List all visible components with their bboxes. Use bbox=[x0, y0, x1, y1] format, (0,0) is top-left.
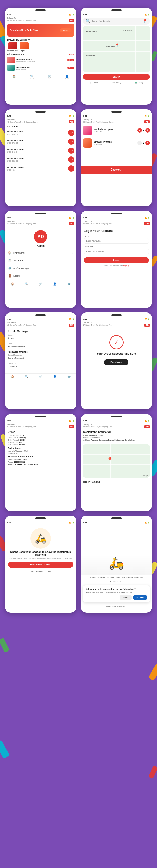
time-7: 9:41 bbox=[7, 318, 11, 320]
category-japanese[interactable]: Japanese bbox=[20, 42, 29, 52]
delivery-header-10: Delivery To 42 Dhaka Trunk Rd, Chittagon… bbox=[81, 423, 152, 429]
offer-text: Available Offer Right Now bbox=[10, 29, 38, 31]
order-item-500[interactable]: Order No: #500 USD 242.0 👁 bbox=[5, 146, 76, 155]
allow-button[interactable]: ALLOW bbox=[133, 595, 147, 600]
cart-price-strawberry: USD 4.00 bbox=[94, 143, 136, 146]
success-text: Your Order Successfully Sent bbox=[97, 352, 136, 355]
location-search-bar[interactable]: 🔍 📍 bbox=[83, 18, 150, 25]
location-search-input[interactable] bbox=[92, 20, 142, 22]
order-item-495[interactable]: Order No: #495 USD 41... 👁 bbox=[5, 164, 76, 173]
offer-badge: 20% OFF bbox=[60, 28, 71, 32]
cart-plus-vazquez[interactable]: + bbox=[145, 128, 150, 133]
settings-title: Profile Settings bbox=[8, 330, 74, 333]
cart-item-vazquez: Mechelle Vazquez USD 191 × 1 + bbox=[81, 124, 152, 137]
time-2: 9:41 bbox=[83, 13, 87, 16]
order-eye-508[interactable]: 👁 bbox=[68, 130, 74, 136]
order-no-499: Order No: #499 bbox=[7, 157, 24, 160]
nav7-account[interactable]: 👤 bbox=[53, 375, 57, 378]
cart-item-strawberry: Strawberry Cake USD 4.00 − 2 × bbox=[81, 137, 152, 149]
status-bar-2: 9:41 📶 🔋 bbox=[81, 13, 152, 16]
nav7-home[interactable]: 🏠 bbox=[10, 375, 14, 378]
rest-info-section: Restaurant Information Name: Seasonal Ta… bbox=[81, 429, 152, 443]
order-eye-495[interactable]: 👁 bbox=[68, 165, 74, 172]
menu-settings[interactable]: ⚙️ Profile Settings › bbox=[5, 265, 76, 272]
nav5-settings[interactable]: ⚙️ bbox=[67, 282, 71, 286]
delivery-addr-row-7: 42 Dhaka Trunk Rd, Chittagong, Ben... AD bbox=[7, 324, 74, 327]
order-item-505[interactable]: Order No: #505 USD 572.65 👁 bbox=[5, 137, 76, 146]
od-title: Order bbox=[8, 431, 74, 433]
password-input[interactable] bbox=[84, 249, 149, 254]
select-another-btn[interactable]: Select Another Location bbox=[5, 569, 76, 574]
search-map-btn[interactable]: Search bbox=[83, 74, 150, 80]
dashboard-btn[interactable]: Dashboard bbox=[104, 359, 128, 365]
menu-allorders[interactable]: 📋 All Orders › bbox=[5, 257, 76, 265]
order-no-508: Order No: #508 bbox=[7, 130, 24, 133]
restaurant-item-2[interactable]: Spice Garden Asian | Indian 25 min bbox=[5, 64, 76, 72]
order-eye-499[interactable]: 👁 bbox=[68, 156, 74, 163]
notch-2 bbox=[81, 8, 152, 13]
order-detail-section: Order Order Number: #508 Order Status: P… bbox=[5, 429, 76, 467]
od-number: Order Number: #508 bbox=[8, 435, 74, 436]
nav7-settings[interactable]: ⚙️ bbox=[67, 375, 71, 378]
cart-price-vazquez: USD 191 bbox=[94, 131, 136, 133]
status-bar-7: 9:41 📶 🔋 bbox=[5, 318, 76, 321]
cart-minus-strawberry[interactable]: − bbox=[137, 141, 142, 145]
deny-button[interactable]: DENY bbox=[120, 595, 131, 600]
homepage-icon: 🏠 bbox=[8, 251, 12, 254]
perm-background: 🛵 bbox=[81, 524, 152, 575]
order-eye-500[interactable]: 👁 bbox=[68, 148, 74, 154]
signup-action[interactable]: Signup bbox=[123, 265, 129, 267]
nav5-account[interactable]: 👤 bbox=[53, 282, 57, 286]
use-location-btn[interactable]: Use Current Location bbox=[8, 562, 73, 567]
nav5-cart[interactable]: 🛒 bbox=[39, 282, 42, 286]
delivery-address-7: 42 Dhaka Trunk Rd, Chittagong, Ben... bbox=[7, 324, 38, 326]
phone-orders: 9:41 📶 🔋 Delivery To 42 Dhaka Trunk Rd, … bbox=[5, 109, 76, 206]
rest-name-2: Spice Garden bbox=[16, 66, 66, 68]
email-field-value: admin@admin.com bbox=[8, 344, 74, 348]
cart-delete-vazquez[interactable]: × bbox=[137, 128, 142, 133]
nav7-cart[interactable]: 🛒 bbox=[39, 375, 42, 378]
nav7-settings-icon: ⚙️ bbox=[67, 375, 71, 378]
email-input[interactable] bbox=[84, 238, 149, 244]
nav-home[interactable]: 🏠 Home bbox=[12, 74, 16, 80]
delivery-addr-row-4: 42 Dhaka Trunk Rd, Chittagong, Ben... AD bbox=[83, 121, 150, 123]
select-another-12[interactable]: Select Another Location bbox=[81, 604, 152, 609]
nav-search-label: Search bbox=[30, 78, 34, 80]
phone-order-details: 9:41 📶 🔋 Delivery To 42 Dhaka Trunk Rd, … bbox=[5, 414, 76, 511]
settings-icon: ⚙️ bbox=[8, 267, 12, 270]
status-bar-8: 9:41 📶 🔋 bbox=[81, 318, 152, 321]
nav7-search[interactable]: 🔍 bbox=[25, 375, 28, 378]
checkout-bar[interactable]: Checkout bbox=[81, 166, 152, 174]
current-pw-label: Current Password bbox=[8, 354, 74, 356]
nav5-settings-icon: ⚙️ bbox=[67, 282, 71, 286]
time-1: 9:41 bbox=[7, 13, 11, 16]
rest-img-1 bbox=[7, 57, 15, 63]
cart-delete-strawberry[interactable]: × bbox=[145, 141, 150, 145]
rest-img-2 bbox=[7, 65, 15, 71]
delivery-label-9: Delivery To bbox=[7, 424, 74, 425]
search-icon: 🔍 bbox=[86, 19, 91, 24]
category-chinese[interactable]: Chinese food bbox=[7, 42, 19, 52]
nav-profile[interactable]: 👤 Profile bbox=[65, 74, 69, 80]
restaurant-item-1[interactable]: Seasonal Tastes Mediterranean | Continen… bbox=[5, 56, 76, 64]
cart-img-strawberry bbox=[83, 138, 92, 148]
order-eye-505[interactable]: 👁 bbox=[68, 138, 74, 145]
login-button[interactable]: Login bbox=[84, 257, 149, 263]
delivery-label-6: Delivery To bbox=[83, 220, 150, 222]
order-items-title: Order Items bbox=[8, 447, 74, 449]
phone-permission: 9:41 📶 🔋 🛵 Khana uses your location to s… bbox=[81, 516, 152, 613]
order-item-508[interactable]: Order No: #508 USD 290.00 👁 bbox=[5, 128, 76, 137]
menu-logout[interactable]: 🚪 Logout › bbox=[5, 272, 76, 280]
nav-search[interactable]: 🔍 Search bbox=[30, 74, 34, 80]
nav-cart[interactable]: 🛒 Cart bbox=[48, 74, 52, 80]
phone-cart: 9:41 📶 🔋 Delivery To 42 Dhaka Trunk Rd, … bbox=[81, 109, 152, 206]
rest-address-val: Agrabad Commercial Area, bbox=[15, 463, 38, 465]
perm-places-btn[interactable]: Places near... bbox=[81, 580, 152, 583]
order-item-499[interactable]: Order No: #499 USD 382.09 👁 bbox=[5, 155, 76, 164]
reset-btn[interactable]: Reset bbox=[69, 54, 74, 55]
menu-homepage[interactable]: 🏠 Homepage › bbox=[5, 249, 76, 257]
rest-name-row: Name: Seasonal Tastes bbox=[8, 459, 74, 461]
nav5-search[interactable]: 🔍 bbox=[25, 282, 28, 286]
time-8: 9:41 bbox=[83, 318, 87, 320]
nav5-home[interactable]: 🏠 bbox=[10, 282, 14, 286]
